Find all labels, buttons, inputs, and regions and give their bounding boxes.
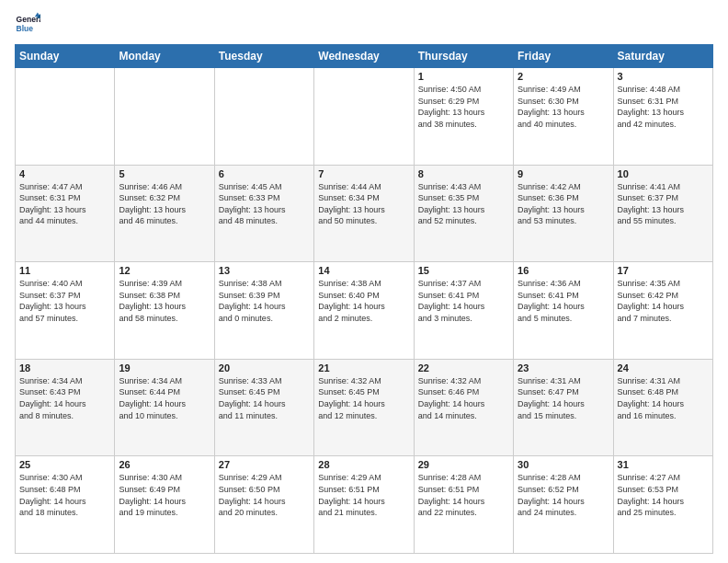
day-number: 19 xyxy=(119,362,210,373)
calendar-cell: 29Sunrise: 4:28 AM Sunset: 6:51 PM Dayli… xyxy=(414,456,513,554)
calendar-cell: 26Sunrise: 4:30 AM Sunset: 6:49 PM Dayli… xyxy=(115,456,214,554)
day-number: 7 xyxy=(318,168,409,179)
day-number: 14 xyxy=(318,265,409,276)
day-info: Sunrise: 4:33 AM Sunset: 6:45 PM Dayligh… xyxy=(219,375,310,421)
calendar-cell xyxy=(214,68,313,166)
day-number: 28 xyxy=(318,459,409,470)
calendar-cell: 21Sunrise: 4:32 AM Sunset: 6:45 PM Dayli… xyxy=(314,359,414,456)
day-number: 15 xyxy=(418,265,509,276)
calendar-table: SundayMondayTuesdayWednesdayThursdayFrid… xyxy=(15,44,713,554)
day-number: 1 xyxy=(418,71,509,82)
calendar-cell: 27Sunrise: 4:29 AM Sunset: 6:50 PM Dayli… xyxy=(214,456,313,554)
calendar-cell: 12Sunrise: 4:39 AM Sunset: 6:38 PM Dayli… xyxy=(115,262,214,360)
week-row-2: 4Sunrise: 4:47 AM Sunset: 6:31 PM Daylig… xyxy=(16,165,713,262)
calendar-cell: 7Sunrise: 4:44 AM Sunset: 6:34 PM Daylig… xyxy=(314,165,414,262)
day-number: 11 xyxy=(19,265,110,276)
day-info: Sunrise: 4:50 AM Sunset: 6:29 PM Dayligh… xyxy=(418,84,509,130)
calendar-cell: 17Sunrise: 4:35 AM Sunset: 6:42 PM Dayli… xyxy=(613,262,712,360)
calendar-cell: 30Sunrise: 4:28 AM Sunset: 6:52 PM Dayli… xyxy=(514,456,613,554)
day-number: 20 xyxy=(219,362,310,373)
calendar-cell: 3Sunrise: 4:48 AM Sunset: 6:31 PM Daylig… xyxy=(613,68,712,166)
calendar-header: SundayMondayTuesdayWednesdayThursdayFrid… xyxy=(16,45,713,68)
calendar-cell: 16Sunrise: 4:36 AM Sunset: 6:41 PM Dayli… xyxy=(514,262,613,360)
day-info: Sunrise: 4:44 AM Sunset: 6:34 PM Dayligh… xyxy=(318,181,409,227)
day-number: 23 xyxy=(518,362,609,373)
day-info: Sunrise: 4:30 AM Sunset: 6:48 PM Dayligh… xyxy=(19,472,110,518)
page: General Blue SundayMondayTuesdayWednesda… xyxy=(0,0,728,563)
weekday-header-friday: Friday xyxy=(514,45,613,68)
day-number: 18 xyxy=(19,362,110,373)
weekday-header-tuesday: Tuesday xyxy=(214,45,313,68)
day-number: 17 xyxy=(618,265,709,276)
logo: General Blue xyxy=(15,11,44,37)
calendar-cell: 23Sunrise: 4:31 AM Sunset: 6:47 PM Dayli… xyxy=(514,359,613,456)
weekday-header-wednesday: Wednesday xyxy=(314,45,414,68)
day-info: Sunrise: 4:38 AM Sunset: 6:40 PM Dayligh… xyxy=(318,278,409,324)
day-number: 22 xyxy=(418,362,509,373)
header: General Blue xyxy=(15,11,713,37)
day-info: Sunrise: 4:48 AM Sunset: 6:31 PM Dayligh… xyxy=(618,84,709,130)
day-number: 31 xyxy=(618,459,709,470)
day-number: 16 xyxy=(518,265,609,276)
weekday-header-thursday: Thursday xyxy=(414,45,513,68)
day-number: 5 xyxy=(119,168,210,179)
day-info: Sunrise: 4:36 AM Sunset: 6:41 PM Dayligh… xyxy=(518,278,609,324)
day-info: Sunrise: 4:45 AM Sunset: 6:33 PM Dayligh… xyxy=(219,181,310,227)
calendar-cell: 6Sunrise: 4:45 AM Sunset: 6:33 PM Daylig… xyxy=(214,165,313,262)
day-info: Sunrise: 4:34 AM Sunset: 6:43 PM Dayligh… xyxy=(19,375,110,421)
day-info: Sunrise: 4:29 AM Sunset: 6:50 PM Dayligh… xyxy=(219,472,310,518)
weekday-header-monday: Monday xyxy=(115,45,214,68)
week-row-4: 18Sunrise: 4:34 AM Sunset: 6:43 PM Dayli… xyxy=(16,359,713,456)
day-info: Sunrise: 4:49 AM Sunset: 6:30 PM Dayligh… xyxy=(518,84,609,130)
calendar-cell: 1Sunrise: 4:50 AM Sunset: 6:29 PM Daylig… xyxy=(414,68,513,166)
day-number: 30 xyxy=(518,459,609,470)
day-info: Sunrise: 4:32 AM Sunset: 6:45 PM Dayligh… xyxy=(318,375,409,421)
calendar-body: 1Sunrise: 4:50 AM Sunset: 6:29 PM Daylig… xyxy=(16,68,713,554)
day-number: 9 xyxy=(518,168,609,179)
calendar-cell: 13Sunrise: 4:38 AM Sunset: 6:39 PM Dayli… xyxy=(214,262,313,360)
weekday-row: SundayMondayTuesdayWednesdayThursdayFrid… xyxy=(16,45,713,68)
calendar-cell: 20Sunrise: 4:33 AM Sunset: 6:45 PM Dayli… xyxy=(214,359,313,456)
calendar-cell: 15Sunrise: 4:37 AM Sunset: 6:41 PM Dayli… xyxy=(414,262,513,360)
calendar-cell: 11Sunrise: 4:40 AM Sunset: 6:37 PM Dayli… xyxy=(16,262,115,360)
day-number: 26 xyxy=(119,459,210,470)
week-row-1: 1Sunrise: 4:50 AM Sunset: 6:29 PM Daylig… xyxy=(16,68,713,166)
day-info: Sunrise: 4:35 AM Sunset: 6:42 PM Dayligh… xyxy=(618,278,709,324)
calendar-cell: 28Sunrise: 4:29 AM Sunset: 6:51 PM Dayli… xyxy=(314,456,414,554)
calendar-cell: 24Sunrise: 4:31 AM Sunset: 6:48 PM Dayli… xyxy=(613,359,712,456)
calendar-cell: 5Sunrise: 4:46 AM Sunset: 6:32 PM Daylig… xyxy=(115,165,214,262)
day-number: 13 xyxy=(219,265,310,276)
day-info: Sunrise: 4:28 AM Sunset: 6:51 PM Dayligh… xyxy=(418,472,509,518)
svg-text:Blue: Blue xyxy=(17,24,34,33)
day-info: Sunrise: 4:38 AM Sunset: 6:39 PM Dayligh… xyxy=(219,278,310,324)
calendar-cell xyxy=(115,68,214,166)
calendar-cell: 31Sunrise: 4:27 AM Sunset: 6:53 PM Dayli… xyxy=(613,456,712,554)
day-info: Sunrise: 4:37 AM Sunset: 6:41 PM Dayligh… xyxy=(418,278,509,324)
weekday-header-sunday: Sunday xyxy=(16,45,115,68)
day-number: 25 xyxy=(19,459,110,470)
day-info: Sunrise: 4:34 AM Sunset: 6:44 PM Dayligh… xyxy=(119,375,210,421)
day-number: 12 xyxy=(119,265,210,276)
day-number: 6 xyxy=(219,168,310,179)
day-info: Sunrise: 4:30 AM Sunset: 6:49 PM Dayligh… xyxy=(119,472,210,518)
calendar-cell: 25Sunrise: 4:30 AM Sunset: 6:48 PM Dayli… xyxy=(16,456,115,554)
calendar-cell xyxy=(16,68,115,166)
calendar-cell: 9Sunrise: 4:42 AM Sunset: 6:36 PM Daylig… xyxy=(514,165,613,262)
day-number: 8 xyxy=(418,168,509,179)
day-number: 10 xyxy=(618,168,709,179)
week-row-5: 25Sunrise: 4:30 AM Sunset: 6:48 PM Dayli… xyxy=(16,456,713,554)
day-info: Sunrise: 4:28 AM Sunset: 6:52 PM Dayligh… xyxy=(518,472,609,518)
day-info: Sunrise: 4:27 AM Sunset: 6:53 PM Dayligh… xyxy=(618,472,709,518)
day-number: 29 xyxy=(418,459,509,470)
day-number: 21 xyxy=(318,362,409,373)
logo-icon: General Blue xyxy=(15,11,40,37)
calendar-cell: 19Sunrise: 4:34 AM Sunset: 6:44 PM Dayli… xyxy=(115,359,214,456)
day-info: Sunrise: 4:31 AM Sunset: 6:48 PM Dayligh… xyxy=(618,375,709,421)
week-row-3: 11Sunrise: 4:40 AM Sunset: 6:37 PM Dayli… xyxy=(16,262,713,360)
day-number: 4 xyxy=(19,168,110,179)
calendar-cell: 4Sunrise: 4:47 AM Sunset: 6:31 PM Daylig… xyxy=(16,165,115,262)
day-info: Sunrise: 4:39 AM Sunset: 6:38 PM Dayligh… xyxy=(119,278,210,324)
day-number: 24 xyxy=(618,362,709,373)
calendar-cell: 18Sunrise: 4:34 AM Sunset: 6:43 PM Dayli… xyxy=(16,359,115,456)
calendar-cell: 22Sunrise: 4:32 AM Sunset: 6:46 PM Dayli… xyxy=(414,359,513,456)
